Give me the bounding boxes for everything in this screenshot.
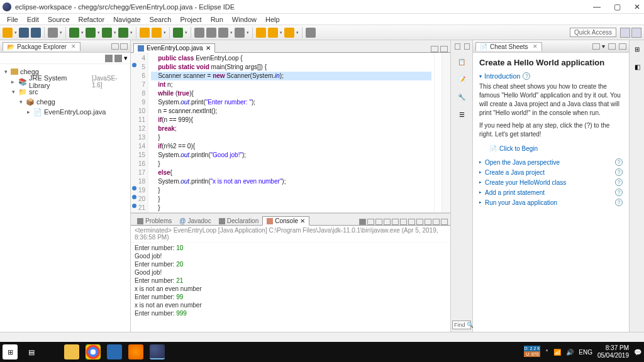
menu-file[interactable]: File <box>3 16 23 23</box>
link-editor-icon[interactable] <box>114 55 122 62</box>
chrome-icon[interactable] <box>86 344 101 359</box>
start-button[interactable]: ⊞ <box>3 344 18 359</box>
ext-tools-icon[interactable] <box>118 28 128 38</box>
view-menu-icon[interactable]: ▾ <box>124 54 128 62</box>
console-output[interactable]: Enter number: 10Good job!Enter number: 2… <box>131 243 450 332</box>
pin-console-icon[interactable] <box>408 219 415 225</box>
tab-declaration[interactable]: Declaration <box>215 217 263 225</box>
new-package-icon[interactable] <box>140 28 150 38</box>
new-icon[interactable] <box>3 28 13 38</box>
close-icon[interactable]: ✕ <box>71 43 76 50</box>
menu-refactor[interactable]: Refactor <box>74 16 109 23</box>
markers-icon[interactable]: 🔧 <box>454 90 469 103</box>
maximize-icon[interactable] <box>441 219 448 225</box>
outline-icon[interactable]: 📋 <box>454 55 469 68</box>
close-icon[interactable]: ✕ <box>533 43 538 50</box>
breakpoint-icon[interactable] <box>132 63 136 67</box>
close-icon[interactable]: ✕ <box>206 45 211 52</box>
tab-console[interactable]: Console✕ <box>262 216 309 226</box>
view-menu-icon[interactable]: ▾ <box>602 43 605 50</box>
tree-jre[interactable]: ▸📚 JRE System Library [JavaSE-1.6] <box>10 77 128 87</box>
click-to-begin[interactable]: 📄 Click to Begin <box>479 143 623 157</box>
toggle-mark-icon[interactable] <box>206 28 216 38</box>
menu-search[interactable]: Search <box>145 16 176 23</box>
taskbar-clock[interactable]: 8:37 PM05/04/2019 <box>597 344 629 359</box>
net-meter[interactable]: D: 2.2 KU: 870 <box>524 346 540 358</box>
search-icon[interactable] <box>194 28 204 38</box>
help-icon[interactable]: ? <box>615 168 623 176</box>
debug-icon[interactable] <box>69 28 79 38</box>
maximize-icon[interactable] <box>619 43 626 50</box>
restore-icon[interactable] <box>455 43 460 50</box>
task-list-icon[interactable]: 📝 <box>454 73 469 85</box>
display-console-icon[interactable] <box>416 219 423 225</box>
language-indicator[interactable]: ENG <box>579 349 592 356</box>
eclipse-taskbar-icon[interactable] <box>150 344 165 359</box>
step-open-perspective[interactable]: ▸Open the Java perspective? <box>479 157 623 167</box>
overview-ruler[interactable] <box>441 53 450 212</box>
maximize-icon[interactable] <box>464 43 470 50</box>
step-add-print[interactable]: ▸Add a print statement? <box>479 187 623 197</box>
back-icon[interactable] <box>268 28 278 38</box>
menu-project[interactable]: Project <box>175 16 206 23</box>
menu-window[interactable]: Window <box>228 16 261 23</box>
quick-access[interactable]: Quick Access <box>570 28 616 37</box>
perspective-icon[interactable]: ⊞ <box>630 43 644 55</box>
help-icon[interactable]: ? <box>615 199 623 206</box>
minimize-icon[interactable] <box>608 43 616 50</box>
find-input[interactable]: Find 🔍 <box>452 321 471 329</box>
wifi-icon[interactable]: 📶 <box>553 349 561 356</box>
remove-launch-icon[interactable] <box>367 219 374 225</box>
collapse-all-icon[interactable] <box>105 55 113 62</box>
tab-javadoc[interactable]: @Javadoc <box>175 217 214 225</box>
editor-tab[interactable]: EvenEntryLoop.java✕ <box>133 43 215 53</box>
step-create-project[interactable]: ▸Create a Java project? <box>479 167 623 177</box>
collapse-icon[interactable] <box>592 43 600 50</box>
package-explorer-tab[interactable]: 📂 Package Explorer✕ <box>3 42 80 51</box>
tree-package[interactable]: ▾📦 chegg <box>18 97 128 107</box>
minimize-trim-icon[interactable]: ◧ <box>630 60 644 73</box>
terminate-icon[interactable] <box>359 219 366 225</box>
help-icon[interactable]: ? <box>615 189 623 196</box>
maximize-view-icon[interactable] <box>120 43 128 50</box>
minimize-icon[interactable] <box>433 219 440 225</box>
menu-source[interactable]: Source <box>43 16 74 23</box>
save-icon[interactable] <box>19 28 29 38</box>
volume-icon[interactable]: 🔊 <box>566 349 574 356</box>
close-button[interactable]: ✕ <box>633 3 641 11</box>
close-icon[interactable]: ✕ <box>300 217 305 224</box>
new-class-icon[interactable] <box>152 28 162 38</box>
menu-edit[interactable]: Edit <box>23 16 43 23</box>
word-wrap-icon[interactable] <box>400 219 407 225</box>
perspective-switcher[interactable] <box>631 28 641 38</box>
notifications-icon[interactable]: 💬 <box>634 349 641 356</box>
step-run-app[interactable]: ▸Run your Java application? <box>479 197 623 207</box>
coverage-icon[interactable] <box>102 28 112 38</box>
outline-toggle-icon[interactable]: ☰ <box>454 108 469 121</box>
store-icon[interactable] <box>107 344 122 359</box>
cheat-sheets-tab[interactable]: 📄 Cheat Sheets✕ <box>475 42 542 51</box>
explorer-icon[interactable] <box>64 344 79 359</box>
minimize-button[interactable]: — <box>592 3 601 11</box>
remove-all-icon[interactable] <box>375 219 382 225</box>
open-type-icon[interactable] <box>48 28 58 38</box>
help-icon[interactable]: ? <box>615 158 623 166</box>
help-icon[interactable]: ? <box>615 178 623 186</box>
perspective-java[interactable] <box>620 28 630 38</box>
forward-icon[interactable] <box>284 28 294 38</box>
step-create-class[interactable]: ▸Create your HelloWorld class? <box>479 177 623 187</box>
next-annotation-icon[interactable] <box>235 28 245 38</box>
task-view-icon[interactable]: ▤ <box>24 344 39 359</box>
help-icon[interactable]: ? <box>523 72 530 80</box>
code-editor[interactable]: 4567891011121314151617181920212223 publi… <box>131 53 450 212</box>
run-icon[interactable] <box>86 28 96 38</box>
scroll-lock-icon[interactable] <box>392 219 399 225</box>
minimize-view-icon[interactable] <box>111 43 119 50</box>
menu-help[interactable]: Help <box>261 16 284 23</box>
firefox-icon[interactable] <box>128 344 143 359</box>
menu-navigate[interactable]: Navigate <box>109 16 145 23</box>
intro-toggle[interactable]: ▾Introduction? <box>479 72 623 80</box>
annotation-icon[interactable] <box>218 28 228 38</box>
tray-chevron-icon[interactable]: ˄ <box>545 349 548 356</box>
clear-console-icon[interactable] <box>384 219 391 225</box>
